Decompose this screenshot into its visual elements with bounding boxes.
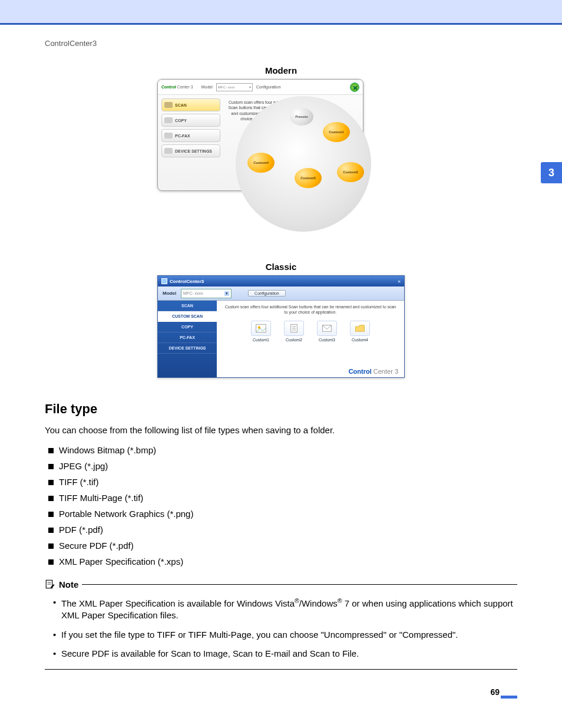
sidebar-item-custom-scan[interactable]: CUSTOM SCAN <box>158 311 217 322</box>
list-item: The XML Paper Specification is available… <box>53 593 517 625</box>
app-logo: Control Center 3 <box>161 85 193 89</box>
classic-toolbar: Model MFC- xxxx▾ Configuration <box>158 286 404 301</box>
note-label: Note <box>59 579 78 589</box>
configuration-button[interactable]: Configuration <box>248 290 286 297</box>
figure-modern-title: Modern <box>45 65 517 75</box>
scan-icon <box>164 102 173 108</box>
custom2-button[interactable]: Custom2 <box>337 162 364 182</box>
modern-titlebar: Control Center 3 Model MFC- xxxx▾ Config… <box>158 80 363 95</box>
custom-icon-row: Custom1 Custom2 Custom3 Custom4 <box>223 321 398 342</box>
classic-sidebar: SCAN CUSTOM SCAN COPY PC-FAX DEVICE SETT… <box>158 301 217 377</box>
custom2-button[interactable] <box>284 321 304 336</box>
mail-icon <box>322 324 332 333</box>
section-heading: File type <box>45 401 517 417</box>
icon-caption: Custom1 <box>253 338 269 342</box>
window-title-text: ControlCenter3 <box>170 279 204 284</box>
figure-classic: Classic ControlCenter3 × Model MFC- xxxx… <box>45 262 517 378</box>
note-rule <box>82 584 517 585</box>
model-dropdown[interactable]: MFC- xxxx▾ <box>216 83 253 91</box>
custom1-button[interactable] <box>251 321 271 336</box>
list-item: TIFF Multi-Page (*.tif) <box>48 490 517 506</box>
icon-caption: Custom4 <box>352 338 368 342</box>
chapter-tab: 3 <box>541 162 562 183</box>
modern-sidebar: SCAN COPY PC-FAX DEVICE SETTINGS <box>158 95 224 190</box>
model-dropdown[interactable]: MFC- xxxx▾ <box>181 289 232 298</box>
model-label: Model <box>163 291 176 296</box>
document-icon <box>289 324 299 333</box>
file-type-list: Windows Bitmap (*.bmp) JPEG (*.jpg) TIFF… <box>45 442 517 569</box>
breadcrumb: ControlCenter3 <box>45 39 517 48</box>
custom3-button[interactable]: Custom3 <box>295 168 322 188</box>
list-item: Portable Network Graphics (*.png) <box>48 506 517 522</box>
custom3-button[interactable] <box>317 321 337 336</box>
sidebar-item-copy[interactable]: COPY <box>161 114 220 127</box>
note-block: Note The XML Paper Specification is avai… <box>45 579 517 670</box>
list-item: Secure PDF (*.pdf) <box>48 538 517 554</box>
close-button[interactable] <box>350 83 359 92</box>
section-intro: You can choose from the following list o… <box>45 425 517 435</box>
image-icon <box>256 324 266 333</box>
sidebar-item-device-settings[interactable]: DEVICE SETTINGS <box>161 144 220 157</box>
presets-button[interactable]: Presets <box>290 108 313 126</box>
fax-icon <box>164 133 173 139</box>
sidebar-item-scan[interactable]: SCAN <box>161 98 220 111</box>
classic-description: Custom scan offers four additional Scan … <box>223 304 398 315</box>
list-item: If you set the file type to TIFF or TIFF… <box>53 625 517 644</box>
custom4-button[interactable]: Custom4 <box>247 153 275 173</box>
window-icon <box>161 278 167 284</box>
sidebar-item-pcfax[interactable]: PC-FAX <box>158 332 217 343</box>
device-icon <box>164 148 173 154</box>
list-item: Secure PDF is available for Scan to Imag… <box>53 644 517 663</box>
note-list: The XML Paper Specification is available… <box>45 593 517 663</box>
chevron-down-icon: ▾ <box>224 291 229 296</box>
figure-modern: Modern Control Center 3 Model MFC- xxxx▾… <box>45 65 517 232</box>
model-label: Model <box>201 85 213 89</box>
sidebar-item-scan[interactable]: SCAN <box>158 301 217 311</box>
custom4-button[interactable] <box>350 321 370 336</box>
sidebar-item-copy[interactable]: COPY <box>158 322 217 332</box>
configuration-link[interactable]: Configuration <box>256 85 281 89</box>
close-button[interactable]: × <box>398 279 401 284</box>
sidebar-item-device-settings[interactable]: DEVICE SETTINGS <box>158 343 217 354</box>
list-item: Windows Bitmap (*.bmp) <box>48 442 517 458</box>
page-number: 69 <box>45 687 517 699</box>
classic-window: ControlCenter3 × Model MFC- xxxx▾ Config… <box>157 275 405 378</box>
note-icon <box>45 579 55 589</box>
icon-caption: Custom3 <box>319 338 335 342</box>
list-item: PDF (*.pdf) <box>48 522 517 538</box>
folder-icon <box>355 324 365 333</box>
copy-icon <box>164 117 173 123</box>
custom1-button[interactable]: Custom1 <box>323 122 350 142</box>
figure-classic-title: Classic <box>45 262 517 272</box>
list-item: JPEG (*.jpg) <box>48 458 517 474</box>
footer-logo: Control Center 3 <box>349 368 398 375</box>
modern-window: Control Center 3 Model MFC- xxxx▾ Config… <box>157 79 363 191</box>
chevron-down-icon: ▾ <box>249 85 251 89</box>
list-item: XML Paper Specification (*.xps) <box>48 554 517 569</box>
header-band <box>0 0 562 24</box>
list-item: TIFF (*.tif) <box>48 474 517 490</box>
classic-titlebar: ControlCenter3 × <box>158 276 404 286</box>
icon-caption: Custom2 <box>286 338 302 342</box>
note-bottom-rule <box>45 669 517 670</box>
sidebar-item-pcfax[interactable]: PC-FAX <box>161 129 220 142</box>
